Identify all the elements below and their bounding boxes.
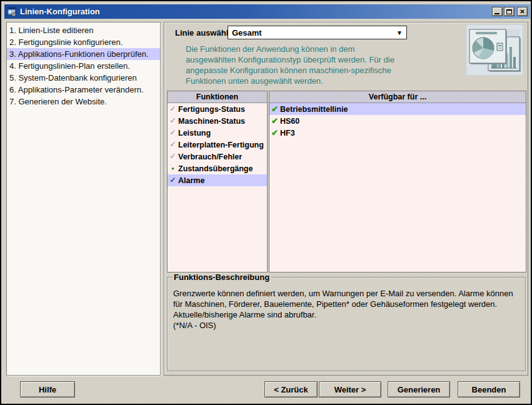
function-label: Maschinen-Status	[178, 117, 245, 126]
help-button[interactable]: Hilfe	[20, 381, 75, 398]
function-row-zustandsuebergaenge[interactable]: ● Zustandsübergänge	[168, 162, 267, 174]
check-icon: ✓	[168, 151, 178, 162]
main-panel: Linie auswählen: Gesamt ▼ Die Funktionen…	[164, 22, 528, 376]
dot-icon: ●	[168, 162, 178, 174]
window-title: Linien-Konfiguration	[20, 7, 491, 16]
available-label: HS60	[280, 117, 299, 126]
description-text: Grenzwerte können definiert werden, um W…	[173, 288, 522, 331]
info-text: Die Funktionen der Anwendung können in d…	[186, 44, 403, 86]
description-title: Funktions-Beschreibung	[172, 272, 271, 282]
step-item-3-active[interactable]: 3. Applikations-Funktionen überprüfen.	[7, 48, 160, 60]
back-button[interactable]: < Zurück	[264, 381, 318, 398]
step-item-4[interactable]: 4. Fertigungslinien-Plan erstellen.	[7, 60, 160, 72]
function-row-alarme-selected[interactable]: ✓ Alarme	[168, 174, 267, 186]
available-label: HF3	[280, 129, 295, 138]
close-icon: ✕	[519, 8, 524, 15]
available-header: Verfügbar für ...	[269, 91, 526, 103]
check-icon: ✓	[168, 127, 178, 139]
titlebar[interactable]: Linien-Konfiguration ✕	[4, 4, 530, 19]
function-description-groupbox: Funktions-Beschreibung Grenzwerte können…	[167, 277, 526, 372]
check-icon: ✓	[168, 103, 178, 115]
available-row-hs60[interactable]: ✔ HS60	[269, 115, 526, 127]
exit-button[interactable]: Beenden	[458, 381, 520, 398]
check-icon: ✔	[269, 103, 280, 115]
check-icon: ✓	[168, 174, 178, 186]
available-label: Betriebsmittellinie	[280, 105, 348, 114]
pie-chart-icon	[469, 29, 507, 64]
check-icon: ✓	[168, 115, 178, 127]
function-label: Leistung	[178, 129, 211, 138]
description-line2: Aktuelle/bisherige Alarme sind abrufbar.	[173, 309, 522, 320]
available-row-betriebsmittellinie-selected[interactable]: ✔ Betriebsmittellinie	[269, 103, 526, 115]
function-row-verbrauch-fehler[interactable]: ✓ Verbrauch/Fehler	[168, 151, 267, 162]
function-label: Zustandsübergänge	[178, 164, 253, 173]
minimize-icon	[494, 13, 499, 14]
charts-illustration	[466, 24, 523, 76]
maximize-button[interactable]	[504, 7, 514, 16]
app-icon	[7, 7, 17, 17]
function-label: Leiterplatten-Fertigung	[178, 141, 264, 149]
chevron-down-icon: ▼	[396, 29, 403, 36]
description-body: Grenzwerte können definiert werden, um W…	[173, 288, 522, 309]
function-row-leistung[interactable]: ✓ Leistung	[168, 127, 267, 139]
minimize-button[interactable]	[492, 7, 503, 16]
description-footnote: (*N/A - OIS)	[173, 320, 522, 331]
function-row-fertigungs-status[interactable]: ✓ Fertigungs-Status	[168, 103, 267, 115]
function-label: Alarme	[178, 176, 204, 185]
check-icon: ✔	[269, 115, 280, 127]
steps-panel: 1. Linien-Liste editieren 2. Fertigungsl…	[6, 22, 161, 376]
check-icon: ✔	[269, 127, 280, 139]
available-row-hf3[interactable]: ✔ HF3	[269, 127, 526, 139]
generate-button[interactable]: Generieren	[388, 381, 450, 398]
line-select-combobox[interactable]: Gesamt ▼	[228, 26, 407, 39]
function-row-maschinen-status[interactable]: ✓ Maschinen-Status	[168, 115, 267, 127]
function-label: Fertigungs-Status	[178, 105, 245, 114]
step-item-5[interactable]: 5. System-Datenbank konfigurieren	[7, 72, 160, 84]
function-label: Verbrauch/Fehler	[178, 152, 242, 161]
step-item-7[interactable]: 7. Generieren der Website.	[7, 96, 160, 108]
function-row-leiterplatten-fertigung[interactable]: ✓ Leiterplatten-Fertigung	[168, 139, 267, 151]
close-button[interactable]: ✕	[517, 7, 528, 16]
functions-list-panel: Funktionen ✓ Fertigungs-Status ✓ Maschin…	[167, 91, 268, 272]
combobox-value: Gesamt	[232, 28, 396, 38]
check-icon: ✓	[168, 139, 178, 151]
linien-konfiguration-window: Linien-Konfiguration ✕ 1. Linien-Liste e…	[0, 0, 532, 405]
next-button[interactable]: Weiter >	[319, 381, 381, 398]
maximize-icon	[506, 9, 512, 14]
step-item-6[interactable]: 6. Applikations-Parameter verändern.	[7, 84, 160, 96]
step-item-2[interactable]: 2. Fertigungslinie konfigurieren.	[7, 36, 160, 48]
available-list-panel: Verfügbar für ... ✔ Betriebsmittellinie …	[269, 91, 526, 272]
step-item-1[interactable]: 1. Linien-Liste editieren	[7, 24, 160, 36]
functions-header: Funktionen	[168, 91, 267, 103]
